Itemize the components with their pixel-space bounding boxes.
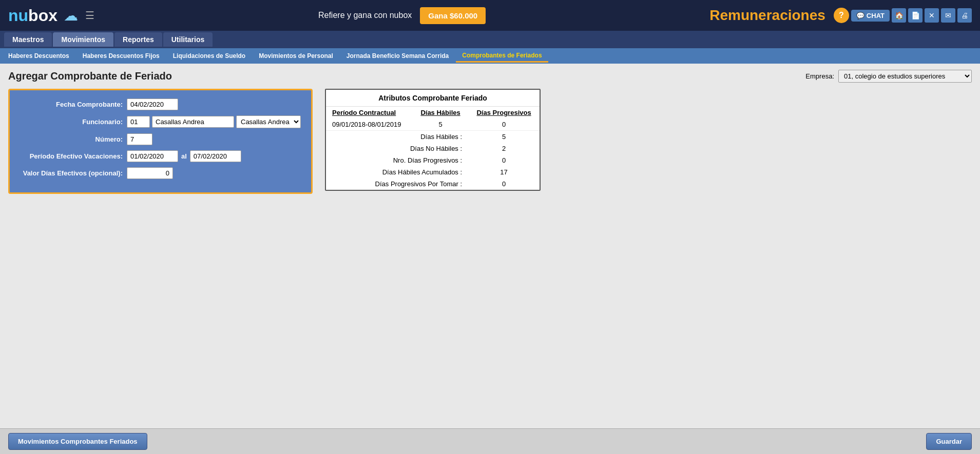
- close-button[interactable]: ✕: [925, 8, 939, 23]
- dias-habiles-acumulados-row: Días Hábiles Acumulados : 17: [326, 166, 540, 178]
- header: nubox ☁ ☰ Refiere y gana con nubox Gana …: [0, 0, 980, 31]
- atributos-header: Atributos Comprobante Feriado: [326, 90, 540, 107]
- nav-item-maestros[interactable]: Maestros: [4, 32, 52, 47]
- empresa-select[interactable]: 01, colegio de estudios superiores: [838, 70, 972, 83]
- cloud-logo-icon: ☁: [64, 7, 78, 24]
- print-button[interactable]: 🖨: [957, 8, 972, 23]
- dias-habiles-acumulados-label: Días Hábiles Acumulados :: [326, 166, 468, 178]
- subnav-haberes-descuentos[interactable]: Haberes Descuentos: [2, 50, 75, 62]
- periodo-desde-input[interactable]: [127, 150, 178, 162]
- subnav-comprobantes-feriados[interactable]: Comprobantes de Feriados: [456, 50, 548, 63]
- nro-dias-progresivos-value: 0: [468, 154, 540, 166]
- atributos-table: Período Contractual Días Hábiles Días Pr…: [326, 107, 540, 190]
- dias-habiles-value: 5: [468, 131, 540, 143]
- funcionario-inputs: Casallas Andrea: [127, 115, 301, 128]
- gana-button[interactable]: Gana $60.000: [420, 7, 486, 24]
- header-center: Refiere y gana con nubox Gana $60.000: [94, 7, 709, 24]
- al-text: al: [181, 152, 187, 160]
- fecha-comprobante-input[interactable]: [127, 98, 178, 110]
- hamburger-icon[interactable]: ☰: [85, 9, 94, 22]
- nav-item-reportes[interactable]: Reportes: [114, 32, 162, 47]
- home-button[interactable]: 🏠: [892, 8, 906, 23]
- dias-no-habiles-row: Días No Hábiles : 2: [326, 143, 540, 154]
- dias-habiles-acumulados-value: 17: [468, 166, 540, 178]
- form-box: Fecha Comprobante: Funcionario: Casallas…: [8, 89, 313, 194]
- email-button[interactable]: ✉: [941, 8, 955, 23]
- funcionario-row: Funcionario: Casallas Andrea: [20, 115, 301, 128]
- chat-bubble-icon: 💬: [856, 12, 864, 19]
- sub-nav-bar: Haberes Descuentos Haberes Descuentos Fi…: [0, 48, 980, 64]
- page-title: Agregar Comprobante de Feriado: [8, 70, 172, 82]
- nav-bar: Maestros Movimientos Reportes Utilitario…: [0, 31, 980, 48]
- dias-habiles-data-value: 5: [413, 119, 468, 131]
- dias-progresivos-data-value: 0: [468, 119, 540, 131]
- header-icons: ? 💬 CHAT 🏠 📄 ✕ ✉ 🖨: [834, 8, 972, 23]
- nav-item-movimientos[interactable]: Movimientos: [53, 32, 113, 47]
- periodo-label: Período Efectivo Vacaciones:: [20, 152, 123, 160]
- header-right: Remuneraciones ? 💬 CHAT 🏠 📄 ✕ ✉ 🖨: [709, 7, 972, 24]
- subnav-jornada-beneficio[interactable]: Jornada Beneficio Semana Corrida: [340, 50, 455, 62]
- dias-no-habiles-label: Días No Hábiles :: [326, 143, 468, 154]
- logo: nubox: [8, 6, 57, 25]
- col-periodo-header: Período Contractual: [326, 107, 413, 119]
- periodo-contractual-value: 09/01/2018-08/01/2019: [326, 119, 413, 131]
- valor-label: Valor Días Efectivos (opcional):: [20, 169, 123, 177]
- empresa-area: Empresa: 01, colegio de estudios superio…: [805, 70, 972, 83]
- refiere-text: Refiere y gana con nubox: [318, 11, 412, 20]
- numero-input[interactable]: [127, 133, 152, 145]
- periodo-hasta-input[interactable]: [190, 150, 241, 162]
- funcionario-label: Funcionario:: [20, 118, 123, 126]
- chat-button[interactable]: 💬 CHAT: [851, 10, 890, 22]
- valor-input[interactable]: [127, 167, 173, 179]
- periodo-inputs: al: [127, 150, 241, 162]
- nav-item-utilitarios[interactable]: Utilitarios: [163, 32, 213, 47]
- subnav-haberes-descuentos-fijos[interactable]: Haberes Descuentos Fijos: [76, 50, 166, 62]
- periodo-row: Período Efectivo Vacaciones: al: [20, 150, 301, 162]
- subnav-movimientos-personal[interactable]: Movimientos de Personal: [253, 50, 339, 62]
- help-button[interactable]: ?: [834, 8, 849, 23]
- dias-progresivos-tomar-row: Días Progresivos Por Tomar : 0: [326, 178, 540, 190]
- dias-habiles-label: Días Hábiles :: [326, 131, 468, 143]
- subnav-liquidaciones-sueldo[interactable]: Liquidaciones de Sueldo: [167, 50, 252, 62]
- atributos-box: Atributos Comprobante Feriado Período Co…: [325, 89, 541, 191]
- dias-progresivos-tomar-label: Días Progresivos Por Tomar :: [326, 178, 468, 190]
- dias-habiles-row: Días Hábiles : 5: [326, 131, 540, 143]
- fecha-comprobante-label: Fecha Comprobante:: [20, 101, 123, 108]
- funcionario-dropdown[interactable]: Casallas Andrea: [236, 115, 301, 128]
- col-dias-habiles-header: Días Hábiles: [413, 107, 468, 119]
- col-dias-progresivos-header: Días Progresivos: [468, 107, 540, 119]
- numero-row: Número:: [20, 133, 301, 145]
- dias-no-habiles-value: 2: [468, 143, 540, 154]
- logo-area: nubox ☁ ☰: [8, 6, 94, 25]
- document-button[interactable]: 📄: [908, 8, 923, 23]
- funcionario-code-input[interactable]: [127, 116, 150, 128]
- numero-label: Número:: [20, 135, 123, 143]
- empresa-label: Empresa:: [805, 72, 834, 80]
- remuneraciones-title: Remuneraciones: [709, 7, 825, 24]
- dias-progresivos-tomar-value: 0: [468, 178, 540, 190]
- page-header: Agregar Comprobante de Feriado Empresa: …: [8, 70, 972, 83]
- nro-dias-progresivos-label: Nro. Días Progresivos :: [326, 154, 468, 166]
- main-area: Fecha Comprobante: Funcionario: Casallas…: [8, 89, 972, 194]
- nro-dias-progresivos-row: Nro. Días Progresivos : 0: [326, 154, 540, 166]
- fecha-comprobante-row: Fecha Comprobante:: [20, 98, 301, 110]
- page-content: Agregar Comprobante de Feriado Empresa: …: [0, 64, 980, 423]
- funcionario-name-input[interactable]: [152, 116, 234, 128]
- atributos-data-row: 09/01/2018-08/01/2019 5 0: [326, 119, 540, 131]
- valor-row: Valor Días Efectivos (opcional):: [20, 167, 301, 179]
